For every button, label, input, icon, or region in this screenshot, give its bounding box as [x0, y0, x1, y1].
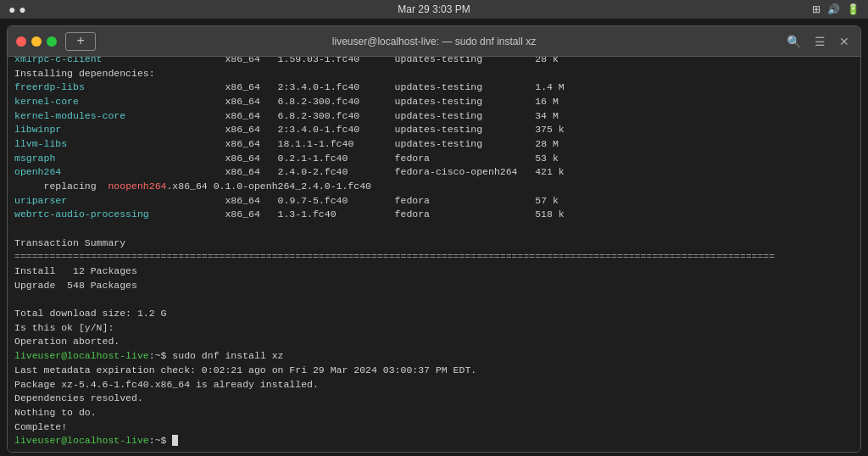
- top-bar-right: ⊞ 🔊 🔋: [812, 3, 860, 15]
- window-close-button[interactable]: ✕: [837, 35, 852, 48]
- terminal-titlebar: + liveuser@localhost-live: — sudo dnf in…: [8, 26, 860, 57]
- terminal-title: liveuser@localhost-live: — sudo dnf inst…: [332, 36, 536, 47]
- terminal-window: + liveuser@localhost-live: — sudo dnf in…: [7, 25, 861, 453]
- network-icon: ⊞: [812, 3, 821, 15]
- search-button[interactable]: 🔍: [784, 35, 804, 48]
- battery-icon: 🔋: [847, 3, 860, 15]
- new-tab-button[interactable]: +: [65, 32, 96, 51]
- titlebar-actions: 🔍 ☰ ✕: [784, 35, 852, 48]
- sound-icon: 🔊: [827, 3, 840, 15]
- minimize-button[interactable]: [31, 36, 42, 47]
- maximize-button[interactable]: [47, 36, 57, 47]
- terminal-content[interactable]: webkitgtk6.0 x86_64 2.44.0-2.fc40 fedora…: [8, 57, 860, 452]
- close-button[interactable]: [16, 36, 26, 47]
- apple-logo: ● ●: [8, 3, 26, 16]
- top-bar-left: ● ●: [8, 3, 26, 16]
- top-bar-datetime: Mar 29 3:03 PM: [398, 3, 470, 15]
- menu-button[interactable]: ☰: [812, 35, 828, 48]
- top-bar: ● ● Mar 29 3:03 PM ⊞ 🔊 🔋: [0, 0, 868, 19]
- window-controls: [16, 36, 57, 47]
